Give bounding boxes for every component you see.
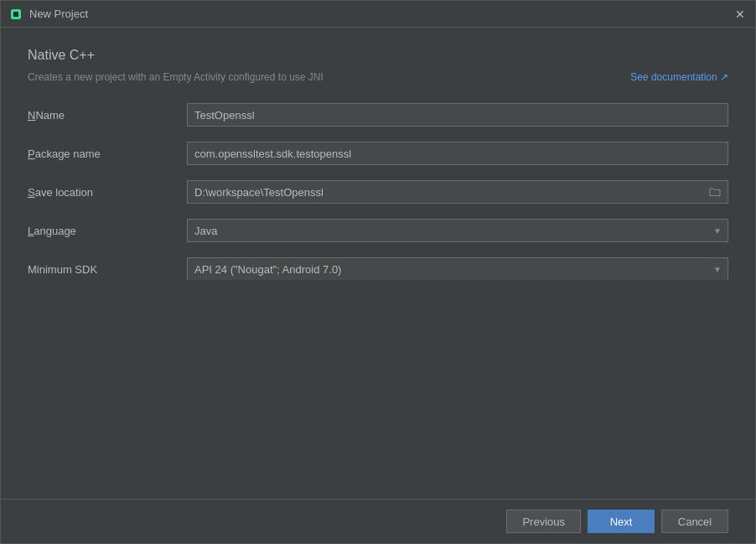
minimum-sdk-select-wrapper: API 24 ("Nougat"; Android 7.0) API 23 ("… (187, 257, 728, 280)
minimum-sdk-field: API 24 ("Nougat"; Android 7.0) API 23 ("… (187, 257, 728, 280)
package-name-row: Package name (28, 142, 728, 165)
empty-space (1, 280, 755, 499)
minimum-sdk-label: Minimum SDK (28, 263, 187, 276)
language-field: Java Kotlin ▼ (187, 219, 728, 242)
project-type-title: Native C++ (28, 48, 728, 63)
subtitle-row: Creates a new project with an Empty Acti… (28, 71, 728, 83)
title-bar: New Project ✕ (1, 1, 755, 28)
package-name-input[interactable] (187, 142, 728, 165)
save-location-label: Save location (28, 186, 187, 199)
browse-folder-button[interactable] (702, 180, 728, 204)
dialog-footer: Previous Next Cancel (1, 499, 755, 543)
previous-button[interactable]: Previous (506, 510, 581, 533)
new-project-window: New Project ✕ Native C++ Creates a new p… (0, 0, 756, 544)
window-title: New Project (29, 8, 733, 20)
save-location-input[interactable] (187, 180, 702, 204)
name-input[interactable] (187, 103, 728, 127)
name-label: NName (28, 109, 187, 122)
minimum-sdk-select[interactable]: API 24 ("Nougat"; Android 7.0) API 23 ("… (187, 257, 728, 280)
next-button[interactable]: Next (588, 510, 655, 533)
svg-rect-1 (13, 12, 18, 17)
language-select-wrapper: Java Kotlin ▼ (187, 219, 728, 242)
language-label: Language (28, 225, 187, 237)
close-button[interactable]: ✕ (733, 8, 747, 21)
name-row: NName (28, 103, 728, 127)
see-documentation-link[interactable]: See documentation ↗ (630, 71, 728, 83)
subtitle-text: Creates a new project with an Empty Acti… (28, 71, 324, 83)
main-content: Native C++ Creates a new project with an… (1, 28, 755, 280)
language-select[interactable]: Java Kotlin (187, 219, 728, 242)
package-name-label: Package name (28, 148, 187, 160)
language-row: Language Java Kotlin ▼ (28, 219, 728, 242)
save-location-field (187, 180, 728, 204)
folder-icon (709, 187, 721, 197)
save-location-row: Save location (28, 180, 728, 204)
android-studio-icon (9, 8, 23, 21)
package-name-field (187, 142, 728, 165)
name-field (187, 103, 728, 127)
minimum-sdk-row: Minimum SDK API 24 ("Nougat"; Android 7.… (28, 257, 728, 280)
save-location-input-group (187, 180, 728, 204)
cancel-button[interactable]: Cancel (661, 510, 728, 533)
